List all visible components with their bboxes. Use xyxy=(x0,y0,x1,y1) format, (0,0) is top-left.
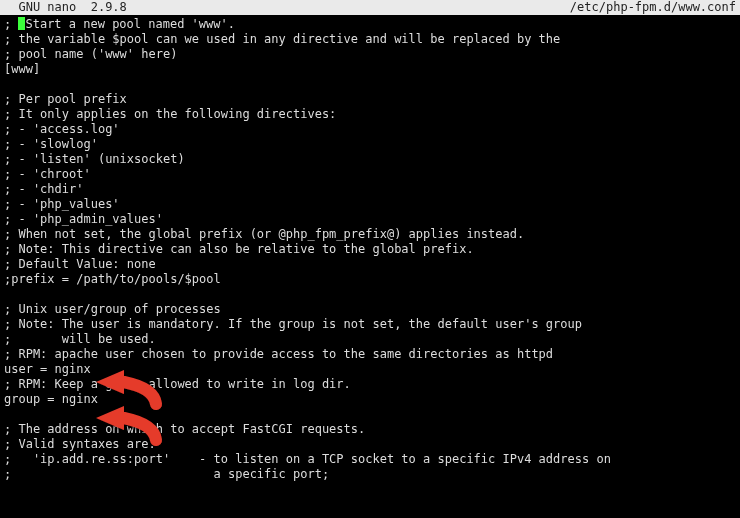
editor-line[interactable] xyxy=(4,287,736,302)
editor-line[interactable]: ; a specific port; xyxy=(4,467,736,482)
nano-editor-body[interactable]: ; Start a new pool named 'www'.; the var… xyxy=(0,15,740,482)
editor-line[interactable]: ; RPM: apache user chosen to provide acc… xyxy=(4,347,736,362)
editor-line[interactable]: ; RPM: Keep a group allowed to write in … xyxy=(4,377,736,392)
editor-line[interactable]: ; Unix user/group of processes xyxy=(4,302,736,317)
editor-line[interactable]: ; It only applies on the following direc… xyxy=(4,107,736,122)
line-text: Start a new pool named 'www'. xyxy=(25,17,235,31)
editor-line[interactable]: ; Per pool prefix xyxy=(4,92,736,107)
editor-line[interactable]: ; - 'listen' (unixsocket) xyxy=(4,152,736,167)
editor-line[interactable]: ; will be used. xyxy=(4,332,736,347)
nano-title-left: GNU nano 2.9.8 xyxy=(4,0,127,15)
editor-line[interactable]: ; - 'chroot' xyxy=(4,167,736,182)
editor-line[interactable]: ; When not set, the global prefix (or @p… xyxy=(4,227,736,242)
editor-line[interactable]: ; - 'php_values' xyxy=(4,197,736,212)
editor-line[interactable]: ; pool name ('www' here) xyxy=(4,47,736,62)
editor-line[interactable]: ; Note: This directive can also be relat… xyxy=(4,242,736,257)
nano-title-right: /etc/php-fpm.d/www.conf xyxy=(570,0,736,15)
editor-line[interactable] xyxy=(4,407,736,422)
editor-line[interactable]: group = nginx xyxy=(4,392,736,407)
editor-line[interactable]: ; The address on which to accept FastCGI… xyxy=(4,422,736,437)
editor-line[interactable]: ; Note: The user is mandatory. If the gr… xyxy=(4,317,736,332)
line-text: ; xyxy=(4,17,18,31)
editor-line[interactable]: ; Default Value: none xyxy=(4,257,736,272)
editor-line[interactable]: ; - 'slowlog' xyxy=(4,137,736,152)
editor-line[interactable]: ; - 'chdir' xyxy=(4,182,736,197)
editor-line[interactable]: user = nginx xyxy=(4,362,736,377)
editor-line[interactable] xyxy=(4,77,736,92)
editor-line[interactable]: ; Valid syntaxes are: xyxy=(4,437,736,452)
editor-line[interactable]: ; the variable $pool can we used in any … xyxy=(4,32,736,47)
editor-line[interactable]: [www] xyxy=(4,62,736,77)
editor-line[interactable]: ; Start a new pool named 'www'. xyxy=(4,17,736,32)
editor-line[interactable]: ; 'ip.add.re.ss:port' - to listen on a T… xyxy=(4,452,736,467)
editor-line[interactable]: ; - 'access.log' xyxy=(4,122,736,137)
terminal-screen: GNU nano 2.9.8 /etc/php-fpm.d/www.conf ;… xyxy=(0,0,740,518)
editor-line[interactable]: ; - 'php_admin_values' xyxy=(4,212,736,227)
nano-titlebar: GNU nano 2.9.8 /etc/php-fpm.d/www.conf xyxy=(0,0,740,15)
editor-line[interactable]: ;prefix = /path/to/pools/$pool xyxy=(4,272,736,287)
